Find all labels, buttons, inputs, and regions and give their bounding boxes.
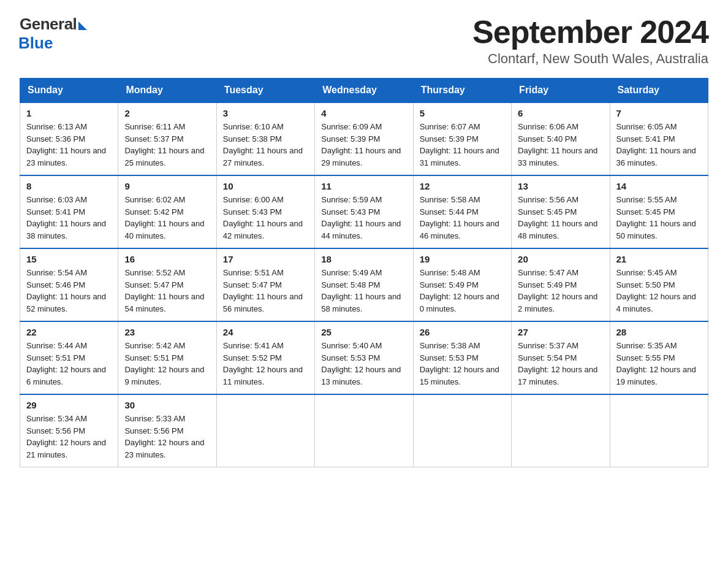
day-info: Sunrise: 5:52 AM Sunset: 5:47 PM Dayligh… (124, 267, 210, 315)
logo-blue-text: Blue (18, 34, 53, 53)
col-header-tuesday: Tuesday (216, 79, 314, 103)
day-number: 20 (518, 254, 603, 264)
day-info: Sunrise: 5:42 AM Sunset: 5:51 PM Dayligh… (124, 340, 210, 388)
day-info: Sunrise: 5:49 AM Sunset: 5:48 PM Dayligh… (321, 267, 406, 315)
logo-arrow-icon (78, 21, 87, 30)
calendar-cell: 12 Sunrise: 5:58 AM Sunset: 5:44 PM Dayl… (413, 175, 511, 248)
day-number: 26 (420, 327, 505, 337)
day-number: 19 (420, 254, 505, 264)
calendar-cell: 15 Sunrise: 5:54 AM Sunset: 5:46 PM Dayl… (20, 248, 118, 321)
calendar-week-row: 1 Sunrise: 6:13 AM Sunset: 5:36 PM Dayli… (20, 102, 708, 175)
day-info: Sunrise: 5:54 AM Sunset: 5:46 PM Dayligh… (26, 267, 112, 315)
col-header-wednesday: Wednesday (315, 79, 413, 103)
calendar-cell (216, 394, 314, 467)
day-info: Sunrise: 6:11 AM Sunset: 5:37 PM Dayligh… (124, 121, 210, 169)
day-info: Sunrise: 5:33 AM Sunset: 5:56 PM Dayligh… (124, 413, 210, 461)
day-info: Sunrise: 6:05 AM Sunset: 5:41 PM Dayligh… (616, 121, 702, 169)
day-number: 25 (321, 327, 406, 337)
day-number: 18 (321, 254, 406, 264)
day-number: 7 (616, 108, 702, 118)
calendar-cell: 14 Sunrise: 5:55 AM Sunset: 5:45 PM Dayl… (610, 175, 708, 248)
calendar-table: SundayMondayTuesdayWednesdayThursdayFrid… (20, 78, 708, 467)
day-number: 30 (124, 400, 210, 410)
day-number: 27 (518, 327, 603, 337)
day-number: 16 (124, 254, 210, 264)
page-header: General Blue September 2024 Clontarf, Ne… (20, 15, 708, 67)
calendar-cell (512, 394, 610, 467)
calendar-week-row: 29 Sunrise: 5:34 AM Sunset: 5:56 PM Dayl… (20, 394, 708, 467)
calendar-cell: 9 Sunrise: 6:02 AM Sunset: 5:42 PM Dayli… (118, 175, 216, 248)
day-number: 5 (420, 108, 505, 118)
calendar-cell: 4 Sunrise: 6:09 AM Sunset: 5:39 PM Dayli… (315, 102, 413, 175)
calendar-cell: 21 Sunrise: 5:45 AM Sunset: 5:50 PM Dayl… (610, 248, 708, 321)
location-text: Clontarf, New South Wales, Australia (472, 51, 708, 67)
day-info: Sunrise: 6:10 AM Sunset: 5:38 PM Dayligh… (223, 121, 308, 169)
day-number: 23 (124, 327, 210, 337)
calendar-cell: 28 Sunrise: 5:35 AM Sunset: 5:55 PM Dayl… (610, 321, 708, 394)
calendar-cell: 30 Sunrise: 5:33 AM Sunset: 5:56 PM Dayl… (118, 394, 216, 467)
col-header-thursday: Thursday (413, 79, 511, 103)
calendar-cell: 11 Sunrise: 5:59 AM Sunset: 5:43 PM Dayl… (315, 175, 413, 248)
day-number: 9 (124, 181, 210, 191)
day-info: Sunrise: 5:38 AM Sunset: 5:53 PM Dayligh… (420, 340, 505, 388)
day-info: Sunrise: 5:48 AM Sunset: 5:49 PM Dayligh… (420, 267, 505, 315)
calendar-cell: 7 Sunrise: 6:05 AM Sunset: 5:41 PM Dayli… (610, 102, 708, 175)
calendar-cell: 23 Sunrise: 5:42 AM Sunset: 5:51 PM Dayl… (118, 321, 216, 394)
day-info: Sunrise: 5:51 AM Sunset: 5:47 PM Dayligh… (223, 267, 308, 315)
day-number: 2 (124, 108, 210, 118)
day-info: Sunrise: 6:06 AM Sunset: 5:40 PM Dayligh… (518, 121, 603, 169)
calendar-cell: 6 Sunrise: 6:06 AM Sunset: 5:40 PM Dayli… (512, 102, 610, 175)
day-info: Sunrise: 5:37 AM Sunset: 5:54 PM Dayligh… (518, 340, 603, 388)
day-info: Sunrise: 5:47 AM Sunset: 5:49 PM Dayligh… (518, 267, 603, 315)
day-number: 1 (26, 108, 112, 118)
day-info: Sunrise: 5:58 AM Sunset: 5:44 PM Dayligh… (420, 194, 505, 242)
day-number: 22 (26, 327, 112, 337)
month-title: September 2024 (472, 15, 708, 50)
day-number: 8 (26, 181, 112, 191)
calendar-header-row: SundayMondayTuesdayWednesdayThursdayFrid… (20, 79, 708, 103)
calendar-cell: 3 Sunrise: 6:10 AM Sunset: 5:38 PM Dayli… (216, 102, 314, 175)
col-header-sunday: Sunday (20, 79, 118, 103)
day-number: 29 (26, 400, 112, 410)
day-number: 21 (616, 254, 702, 264)
logo-general-text: General (20, 15, 77, 34)
calendar-cell: 25 Sunrise: 5:40 AM Sunset: 5:53 PM Dayl… (315, 321, 413, 394)
calendar-cell: 18 Sunrise: 5:49 AM Sunset: 5:48 PM Dayl… (315, 248, 413, 321)
day-number: 17 (223, 254, 308, 264)
calendar-cell: 13 Sunrise: 5:56 AM Sunset: 5:45 PM Dayl… (512, 175, 610, 248)
calendar-cell: 10 Sunrise: 6:00 AM Sunset: 5:43 PM Dayl… (216, 175, 314, 248)
day-number: 4 (321, 108, 406, 118)
calendar-cell (413, 394, 511, 467)
day-number: 10 (223, 181, 308, 191)
calendar-cell: 16 Sunrise: 5:52 AM Sunset: 5:47 PM Dayl… (118, 248, 216, 321)
day-info: Sunrise: 5:34 AM Sunset: 5:56 PM Dayligh… (26, 413, 112, 461)
calendar-week-row: 8 Sunrise: 6:03 AM Sunset: 5:41 PM Dayli… (20, 175, 708, 248)
day-info: Sunrise: 5:55 AM Sunset: 5:45 PM Dayligh… (616, 194, 702, 242)
calendar-cell: 2 Sunrise: 6:11 AM Sunset: 5:37 PM Dayli… (118, 102, 216, 175)
col-header-saturday: Saturday (610, 79, 708, 103)
day-info: Sunrise: 6:07 AM Sunset: 5:39 PM Dayligh… (420, 121, 505, 169)
day-number: 12 (420, 181, 505, 191)
day-info: Sunrise: 6:00 AM Sunset: 5:43 PM Dayligh… (223, 194, 308, 242)
day-number: 6 (518, 108, 603, 118)
calendar-cell: 19 Sunrise: 5:48 AM Sunset: 5:49 PM Dayl… (413, 248, 511, 321)
day-info: Sunrise: 6:02 AM Sunset: 5:42 PM Dayligh… (124, 194, 210, 242)
day-info: Sunrise: 5:56 AM Sunset: 5:45 PM Dayligh… (518, 194, 603, 242)
calendar-week-row: 22 Sunrise: 5:44 AM Sunset: 5:51 PM Dayl… (20, 321, 708, 394)
day-number: 24 (223, 327, 308, 337)
calendar-cell: 27 Sunrise: 5:37 AM Sunset: 5:54 PM Dayl… (512, 321, 610, 394)
col-header-friday: Friday (512, 79, 610, 103)
calendar-cell: 5 Sunrise: 6:07 AM Sunset: 5:39 PM Dayli… (413, 102, 511, 175)
col-header-monday: Monday (118, 79, 216, 103)
calendar-cell: 26 Sunrise: 5:38 AM Sunset: 5:53 PM Dayl… (413, 321, 511, 394)
day-number: 15 (26, 254, 112, 264)
day-info: Sunrise: 5:40 AM Sunset: 5:53 PM Dayligh… (321, 340, 406, 388)
title-block: September 2024 Clontarf, New South Wales… (472, 15, 708, 67)
day-info: Sunrise: 5:45 AM Sunset: 5:50 PM Dayligh… (616, 267, 702, 315)
calendar-cell (315, 394, 413, 467)
calendar-cell: 1 Sunrise: 6:13 AM Sunset: 5:36 PM Dayli… (20, 102, 118, 175)
calendar-cell (610, 394, 708, 467)
calendar-cell: 29 Sunrise: 5:34 AM Sunset: 5:56 PM Dayl… (20, 394, 118, 467)
day-number: 28 (616, 327, 702, 337)
calendar-cell: 8 Sunrise: 6:03 AM Sunset: 5:41 PM Dayli… (20, 175, 118, 248)
